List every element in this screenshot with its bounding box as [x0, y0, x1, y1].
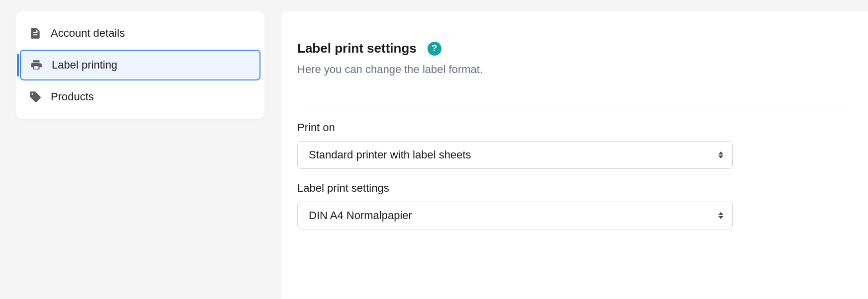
label-format-label: Label print settings: [297, 182, 733, 195]
sidebar-item-label: Label printing: [52, 59, 117, 72]
settings-sidebar: Account details Label printing Products: [16, 11, 264, 119]
print-on-label: Print on: [297, 121, 733, 134]
sidebar-item-label: Account details: [51, 27, 125, 40]
section-title: Label print settings: [297, 41, 417, 56]
label-format-select[interactable]: DIN A4 Normalpapier: [297, 202, 733, 229]
printer-icon: [30, 59, 43, 72]
label-format-value: DIN A4 Normalpapier: [309, 209, 412, 222]
sidebar-item-products[interactable]: Products: [20, 82, 260, 111]
section-description: Here you can change the label format.: [297, 63, 852, 76]
help-icon[interactable]: ?: [428, 42, 441, 56]
divider: [297, 104, 852, 104]
sidebar-item-label: Products: [51, 90, 94, 103]
sidebar-item-account-details[interactable]: Account details: [20, 19, 260, 48]
label-settings-panel: Label print settings ? Here you can chan…: [281, 11, 868, 299]
tag-icon: [29, 90, 42, 103]
print-on-value: Standard printer with label sheets: [309, 149, 471, 161]
sidebar-item-label-printing[interactable]: Label printing: [20, 50, 260, 80]
print-on-select[interactable]: Standard printer with label sheets: [297, 141, 733, 169]
updown-icon: [718, 151, 723, 158]
updown-icon: [718, 212, 723, 219]
document-icon: [29, 27, 42, 40]
